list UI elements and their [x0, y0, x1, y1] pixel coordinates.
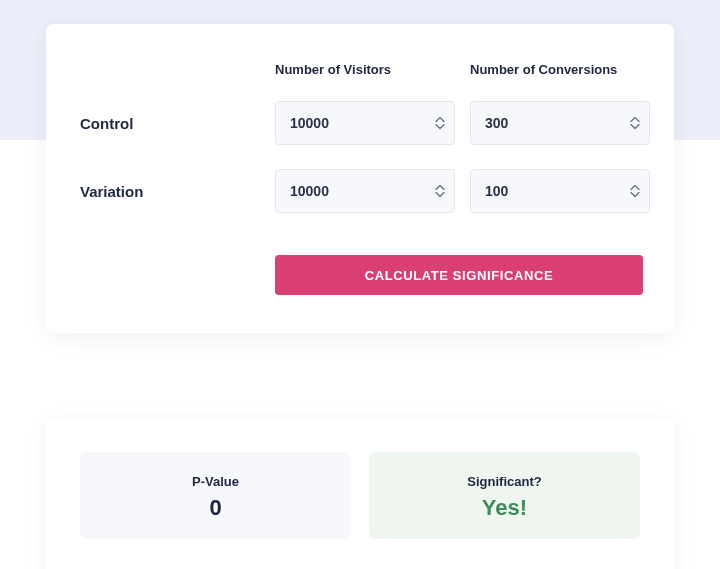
pvalue-value: 0: [90, 495, 341, 521]
calculate-button[interactable]: CALCULATE SIGNIFICANCE: [275, 255, 643, 295]
results-card: P-Value 0 Significant? Yes! The P-Value …: [46, 418, 674, 569]
pvalue-title: P-Value: [90, 474, 341, 489]
calculator-card: Number of Visitors Number of Conversions…: [46, 24, 674, 333]
stepper-icon[interactable]: [435, 185, 445, 198]
visitors-header: Number of Visitors: [275, 62, 470, 77]
significant-value: Yes!: [379, 495, 630, 521]
conversions-header: Number of Conversions: [470, 62, 665, 77]
form-grid: Number of Visitors Number of Conversions…: [80, 62, 640, 295]
variation-conversions-input[interactable]: [470, 169, 650, 213]
pvalue-box: P-Value 0: [80, 452, 351, 539]
stepper-icon[interactable]: [630, 117, 640, 130]
control-visitors-wrap: [275, 101, 455, 145]
variation-visitors-input[interactable]: [275, 169, 455, 213]
control-conversions-input[interactable]: [470, 101, 650, 145]
significant-box: Significant? Yes!: [369, 452, 640, 539]
variation-visitors-wrap: [275, 169, 455, 213]
significant-title: Significant?: [379, 474, 630, 489]
control-conversions-wrap: [470, 101, 650, 145]
variation-label: Variation: [80, 183, 275, 200]
control-visitors-input[interactable]: [275, 101, 455, 145]
control-label: Control: [80, 115, 275, 132]
stepper-icon[interactable]: [435, 117, 445, 130]
stepper-icon[interactable]: [630, 185, 640, 198]
results-row: P-Value 0 Significant? Yes!: [80, 452, 640, 539]
variation-conversions-wrap: [470, 169, 650, 213]
